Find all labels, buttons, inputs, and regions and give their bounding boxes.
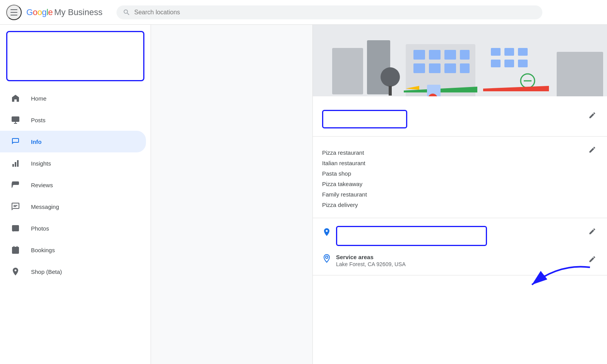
sidebar-item-reviews-label: Reviews <box>31 182 53 188</box>
svg-rect-19 <box>429 50 441 60</box>
svg-rect-10 <box>12 247 19 254</box>
address-content <box>336 226 579 246</box>
svg-rect-3 <box>12 164 14 167</box>
messaging-icon <box>9 200 22 213</box>
insights-icon <box>9 157 22 169</box>
sidebar-item-bookings[interactable]: Bookings <box>0 239 146 261</box>
sidebar-item-posts[interactable]: Posts <box>0 109 146 131</box>
bookings-icon <box>9 244 22 256</box>
business-name-placeholder <box>322 110 407 128</box>
category-item-3: Pizza takeaway <box>322 179 367 189</box>
sidebar-logo-placeholder <box>6 31 144 81</box>
svg-point-41 <box>381 67 400 87</box>
categories-row: Pizza restaurant Italian restaurant Past… <box>322 144 598 210</box>
svg-rect-36 <box>518 60 528 67</box>
reviews-icon <box>9 179 22 191</box>
svg-rect-34 <box>491 60 501 67</box>
svg-rect-15 <box>332 48 363 94</box>
sidebar-item-shop[interactable]: Shop (Beta) <box>0 261 146 282</box>
category-item-2: Pasta shop <box>322 168 367 179</box>
shop-icon <box>9 265 22 278</box>
sidebar-item-info-label: Info <box>31 138 42 145</box>
logo-mybusiness-text: My Business <box>54 7 103 17</box>
service-area-edit-button[interactable] <box>587 254 598 265</box>
category-item-1: Italian restaurant <box>322 158 367 168</box>
business-name-edit-button[interactable] <box>587 110 598 121</box>
svg-rect-4 <box>15 162 16 167</box>
service-area-icon <box>322 254 331 265</box>
main-layout: Home Posts Info Insight <box>0 25 607 364</box>
logo: Google My Business <box>26 7 103 17</box>
svg-rect-24 <box>444 63 456 73</box>
svg-rect-35 <box>504 60 514 67</box>
hamburger-line-2 <box>10 12 17 13</box>
svg-point-9 <box>14 227 15 228</box>
address-edit-button[interactable] <box>587 226 598 237</box>
category-item-5: Pizza delivery <box>322 200 367 210</box>
service-area-row: Service areas Lake Forest, CA 92609, USA <box>322 254 598 267</box>
service-area-title: Service areas <box>336 254 582 260</box>
svg-rect-22 <box>413 63 425 73</box>
sidebar-item-posts-label: Posts <box>31 117 46 123</box>
business-name-content <box>322 110 587 128</box>
location-pin-icon <box>322 227 331 238</box>
sidebar-item-insights[interactable]: Insights <box>0 152 146 174</box>
middle-panel <box>151 25 313 364</box>
svg-rect-33 <box>518 48 528 56</box>
svg-rect-18 <box>413 50 425 60</box>
home-icon <box>9 92 22 104</box>
logo-google-text: Google <box>26 7 53 17</box>
search-icon <box>123 9 130 16</box>
svg-rect-5 <box>17 160 19 167</box>
search-bar <box>117 5 542 19</box>
svg-rect-25 <box>460 63 470 73</box>
svg-rect-16 <box>367 40 390 94</box>
svg-rect-32 <box>504 48 514 56</box>
svg-rect-21 <box>460 50 470 60</box>
address-row <box>322 226 598 246</box>
sidebar-item-home[interactable]: Home <box>0 87 146 109</box>
categories-list: Pizza restaurant Italian restaurant Past… <box>322 147 367 210</box>
address-section: Service areas Lake Forest, CA 92609, USA <box>313 218 607 275</box>
svg-rect-40 <box>557 52 603 98</box>
posts-icon <box>9 114 22 126</box>
sidebar: Home Posts Info Insight <box>0 25 151 364</box>
svg-rect-43 <box>313 96 607 102</box>
header: Google My Business <box>0 0 607 25</box>
right-panel: Pizza restaurant Italian restaurant Past… <box>313 25 607 364</box>
menu-button[interactable] <box>6 5 22 20</box>
business-illustration <box>313 25 607 102</box>
sidebar-item-photos[interactable]: Photos <box>0 217 146 239</box>
sidebar-nav: Home Posts Info Insight <box>0 84 151 285</box>
hamburger-line-3 <box>10 15 17 15</box>
search-input[interactable] <box>134 9 536 16</box>
category-item-4: Family restaurant <box>322 189 367 200</box>
sidebar-item-photos-label: Photos <box>31 225 49 232</box>
sidebar-item-bookings-label: Bookings <box>31 247 55 253</box>
service-area-content: Service areas Lake Forest, CA 92609, USA <box>336 254 582 267</box>
svg-rect-20 <box>444 50 456 60</box>
svg-rect-23 <box>429 63 441 73</box>
svg-rect-0 <box>12 116 19 122</box>
sidebar-item-reviews[interactable]: Reviews <box>0 174 146 196</box>
sidebar-item-messaging-label: Messaging <box>31 203 59 210</box>
info-icon <box>9 135 22 148</box>
svg-rect-31 <box>491 48 501 56</box>
business-name-row <box>322 110 598 128</box>
sidebar-item-messaging[interactable]: Messaging <box>0 196 146 217</box>
categories-edit-button[interactable] <box>587 144 598 155</box>
svg-rect-42 <box>389 86 392 96</box>
sidebar-item-shop-label: Shop (Beta) <box>31 268 62 275</box>
svg-point-44 <box>326 256 328 258</box>
business-name-section <box>313 102 607 137</box>
service-area-value: Lake Forest, CA 92609, USA <box>336 261 582 267</box>
photos-icon <box>9 222 22 234</box>
category-item-0: Pizza restaurant <box>322 147 367 158</box>
right-panel-inner: Pizza restaurant Italian restaurant Past… <box>313 25 607 275</box>
sidebar-item-insights-label: Insights <box>31 160 51 167</box>
sidebar-item-info[interactable]: Info <box>0 131 146 152</box>
sidebar-item-home-label: Home <box>31 95 46 102</box>
categories-section: Pizza restaurant Italian restaurant Past… <box>313 137 607 218</box>
address-placeholder <box>336 226 487 246</box>
hamburger-line-1 <box>10 9 17 10</box>
